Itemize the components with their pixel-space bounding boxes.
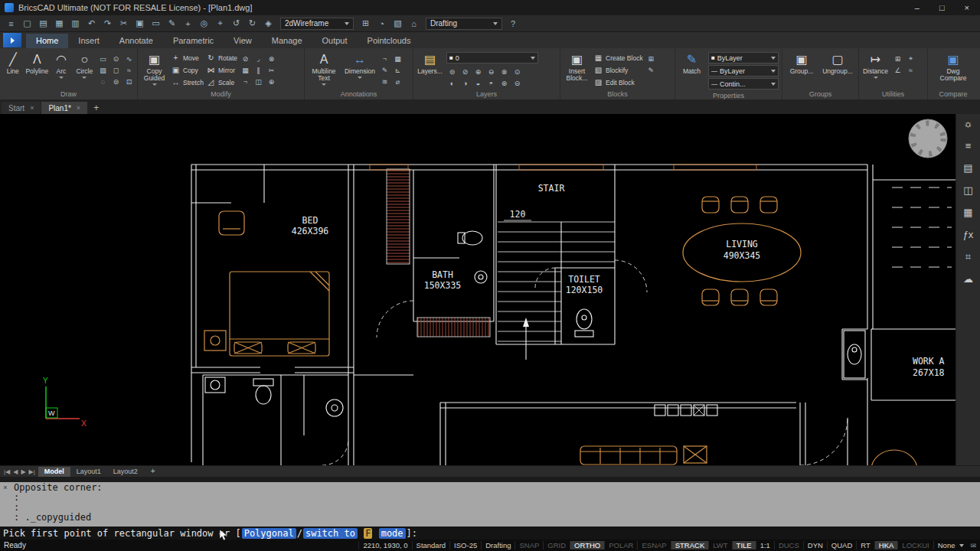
hatch-icon[interactable]: ▧	[390, 17, 406, 31]
modify-tool-button[interactable]: ⋈ Mirror	[206, 65, 237, 75]
modify-tool-icon[interactable]: ◫	[253, 77, 264, 86]
shade-icon[interactable]: ◔	[374, 17, 390, 31]
ungroup-button[interactable]: ▢ Ungroup...	[821, 50, 854, 75]
minimize-button[interactable]: –	[915, 3, 920, 12]
hka-toggle[interactable]: HKA	[874, 541, 898, 549]
layer-tool-icon[interactable]: ◓	[485, 78, 497, 88]
copy-guided-button[interactable]: ▣ Copy Guided	[140, 50, 168, 86]
match-properties-icon[interactable]: ✎	[164, 17, 180, 31]
dyn-toggle[interactable]: DYN	[803, 541, 827, 549]
annotation-tool-icon[interactable]: ▦	[392, 54, 403, 64]
maximize-button[interactable]: □	[939, 3, 945, 12]
paste-icon[interactable]: ▭	[148, 17, 164, 31]
zoom-center-icon[interactable]: ⌖	[212, 17, 228, 31]
utility-tool-icon[interactable]: ⌖	[905, 54, 916, 64]
tab-pointclouds[interactable]: Pointclouds	[358, 34, 421, 48]
new-tab-button[interactable]: +	[88, 103, 104, 114]
lockui-toggle[interactable]: LOCKUI	[897, 541, 933, 549]
draw-tool-icon[interactable]: ⊙	[110, 54, 122, 64]
dwg-compare-button[interactable]: ▣ Dwg Compare	[935, 50, 972, 82]
snap-toggle[interactable]: SNAP	[514, 541, 543, 549]
draw-tool-icon[interactable]: ∿	[123, 54, 135, 64]
draw-tool-icon[interactable]: ⊜	[110, 77, 122, 86]
sheets-icon[interactable]: ▦	[963, 207, 972, 218]
fields-fx-icon[interactable]: ƒx	[963, 230, 974, 240]
utility-tool-icon[interactable]: ⊞	[892, 54, 903, 64]
utility-tool-icon[interactable]: ≈	[905, 65, 916, 75]
utility-tool-icon[interactable]: ∠	[892, 65, 903, 75]
chevron-down-icon[interactable]	[959, 544, 964, 547]
layer-tool-icon[interactable]: ⊘	[459, 67, 471, 77]
close-command-panel-icon[interactable]: ×	[3, 484, 7, 491]
group-button[interactable]: ▣ Group...	[785, 50, 818, 75]
tile-toggle[interactable]: TILE	[732, 541, 756, 549]
layout-tab[interactable]: Layout2	[107, 467, 144, 477]
layout-nav-arrow[interactable]: ▶	[19, 468, 27, 475]
view-redo-icon[interactable]: ↻	[244, 17, 260, 31]
visual-style-select[interactable]: 2dWireframe	[280, 18, 354, 30]
draw-tool-icon[interactable]: ◻	[110, 65, 122, 75]
modify-tool-button[interactable]: ◿ Scale	[206, 77, 237, 87]
tab-home[interactable]: Home	[26, 34, 68, 48]
coordinates-readout[interactable]: 2210, 1930, 0	[358, 541, 411, 549]
prompt-keyword-polygonal[interactable]: Polygonal	[242, 528, 296, 539]
tab-manage[interactable]: Manage	[262, 34, 312, 48]
modify-tool-icon[interactable]: ⊗	[266, 54, 277, 64]
structure-tree-icon[interactable]: ⌗	[965, 252, 971, 262]
layer-select[interactable]: ■ 0	[446, 52, 538, 64]
draw-tool-icon[interactable]: ▭	[97, 54, 109, 64]
menu-icon[interactable]: ≡	[3, 17, 19, 31]
dimstyle-field[interactable]: ISO-25	[449, 541, 481, 549]
layers-panel-icon[interactable]: ▤	[963, 163, 972, 174]
distance-button[interactable]: ↦ Distance	[861, 50, 890, 79]
circle-button[interactable]: ○ Circle	[74, 50, 95, 79]
ortho-toggle[interactable]: ORTHO	[570, 541, 604, 549]
layer-tool-icon[interactable]: ⊖	[485, 67, 497, 77]
annotation-tool-icon[interactable]: ≋	[379, 77, 390, 86]
close-tab-icon[interactable]: ×	[77, 104, 80, 112]
modify-tool-button[interactable]: ↻ Rotate	[206, 53, 237, 63]
annotation-monitor-field[interactable]: None	[933, 541, 959, 549]
command-panel[interactable]: × Opposite corner:::: ._copyguided	[0, 477, 980, 527]
layout-tab[interactable]: Model	[38, 467, 70, 477]
render-cloud-icon[interactable]: ☁	[963, 274, 973, 285]
tab-view[interactable]: View	[224, 34, 262, 48]
layer-tool-icon[interactable]: ◒	[472, 78, 484, 88]
draw-tool-icon[interactable]: ≈	[123, 65, 135, 75]
grid-toggle[interactable]: GRID	[543, 541, 570, 549]
draw-tool-icon[interactable]: ▨	[97, 65, 109, 75]
lwt-toggle[interactable]: LWT	[708, 541, 731, 549]
document-tab[interactable]: Start ×	[2, 102, 41, 114]
annotation-tool-icon[interactable]: ⊾	[392, 65, 403, 75]
close-button[interactable]: ×	[965, 3, 969, 12]
workspace-select[interactable]: Drafting	[426, 18, 502, 30]
layer-tool-icon[interactable]: ◑	[459, 78, 471, 88]
copy-icon[interactable]: ▣	[132, 17, 148, 31]
layer-tool-icon[interactable]: ⊕	[472, 67, 484, 77]
layout-tab[interactable]: Layout1	[70, 467, 107, 477]
modify-tool-icon[interactable]: ⊘	[240, 54, 251, 64]
home-view-icon[interactable]: ⌂	[406, 17, 422, 31]
quad-toggle[interactable]: QUAD	[827, 541, 856, 549]
workspace-field[interactable]: Drafting	[481, 541, 514, 549]
polar-toggle[interactable]: POLAR	[604, 541, 637, 549]
esnap-toggle[interactable]: ESNAP	[637, 541, 670, 549]
grid-icon[interactable]: ⊞	[358, 17, 374, 31]
properties-sliders-icon[interactable]: ≡	[965, 141, 972, 152]
modify-tool-button[interactable]: ▣ Copy	[171, 65, 204, 75]
annotation-tool-icon[interactable]: ¬	[379, 54, 390, 64]
pan-icon[interactable]: +	[180, 17, 196, 31]
save-icon[interactable]: ▦	[51, 17, 67, 31]
layers-button[interactable]: ▤ Layers...	[416, 50, 444, 75]
close-tab-icon[interactable]: ×	[30, 104, 34, 112]
modify-tool-icon[interactable]: ⊕	[266, 77, 277, 86]
command-prompt[interactable]: Pick first point of rectangular window o…	[0, 527, 980, 540]
layout-nav-arrow[interactable]: |◀	[2, 468, 11, 475]
modify-tool-button[interactable]: ↔ Stretch	[171, 77, 204, 87]
annotation-tool-icon[interactable]: ⌀	[392, 77, 403, 86]
view-undo-icon[interactable]: ↺	[228, 17, 244, 31]
document-tab[interactable]: Plan1* ×	[41, 102, 87, 114]
layout-nav-arrow[interactable]: ◀	[11, 468, 19, 475]
rt-toggle[interactable]: RT	[856, 541, 874, 549]
redo-icon[interactable]: ↷	[100, 17, 116, 31]
